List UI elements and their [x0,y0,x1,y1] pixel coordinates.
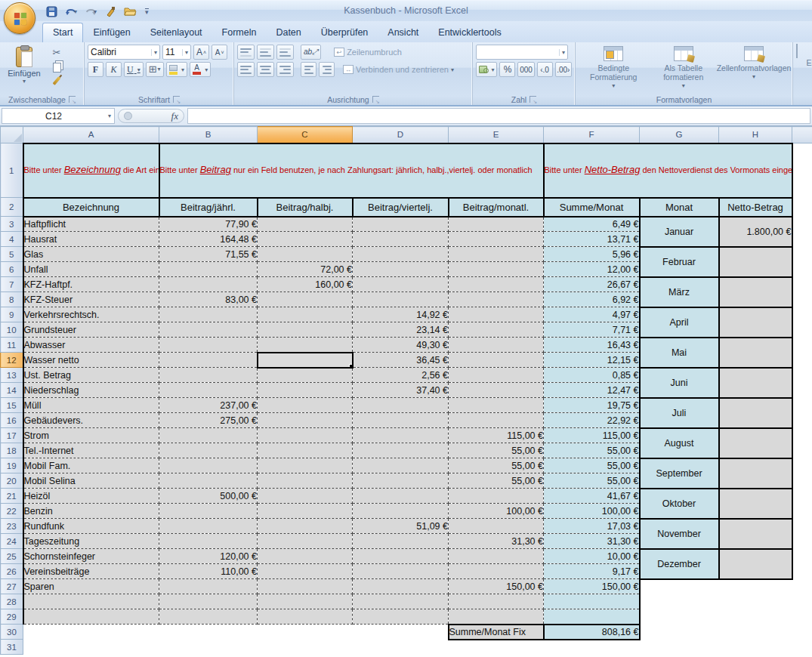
column-header-h[interactable]: H [719,127,792,143]
cell-E2[interactable]: Beitrag/monatl. [449,198,544,217]
row-header-28[interactable]: 28 [1,594,23,609]
cell-H28[interactable] [719,594,792,609]
cell-C14[interactable] [258,383,353,398]
cell-B12[interactable] [159,353,258,368]
select-all-corner[interactable] [1,127,23,143]
cell-I8[interactable] [792,292,812,307]
row-header-12[interactable]: 12 [1,353,23,368]
cell-H27[interactable] [719,579,792,594]
format-painter-small-icon[interactable] [48,74,65,88]
cell-I22[interactable] [792,504,812,519]
insert-cells-label[interactable]: Einfü [796,58,812,67]
cell-E23[interactable] [449,519,544,534]
cell-I25[interactable] [792,549,812,564]
cell-A21[interactable]: Heizöl [23,489,159,504]
cell-I27[interactable] [792,579,812,594]
cell-D24[interactable] [353,534,449,549]
cell-E20[interactable]: 55,00 € [449,473,544,489]
cell-month-Januar[interactable]: Januar [640,217,719,247]
row-header-8[interactable]: 8 [1,292,23,307]
cell-I7[interactable] [792,277,812,292]
cell-I19[interactable] [792,458,812,473]
row-header-18[interactable]: 18 [1,443,23,458]
cell-A30[interactable] [23,625,159,640]
cell-I6[interactable] [792,262,812,277]
cell-H23[interactable] [719,519,792,549]
cell-E19[interactable]: 55,00 € [449,458,544,473]
cell-B18[interactable] [159,443,258,458]
cell-E9[interactable] [449,307,544,322]
font-dialog-launcher-icon[interactable] [173,96,180,103]
cell-D5[interactable] [353,247,449,262]
tab-seitenlayout[interactable]: Seitenlayout [140,23,212,42]
cell-I29[interactable] [792,609,812,625]
cell-C10[interactable] [258,322,353,338]
cell-F18[interactable]: 55,00 € [544,443,640,458]
cell-H29[interactable] [719,609,792,625]
cell-G2[interactable]: Monat [640,198,719,217]
italic-button[interactable]: K [106,62,122,77]
increase-indent-icon[interactable] [319,62,335,77]
cell-E11[interactable] [449,338,544,353]
bold-button[interactable]: F [88,62,103,77]
cell-A7[interactable]: KFZ-Haftpf. [23,277,159,292]
cell-B4[interactable]: 164,48 € [159,232,258,247]
cell-F5[interactable]: 5,96 € [544,247,640,262]
cell-F22[interactable]: 100,00 € [544,504,640,519]
cell-A31[interactable] [23,640,159,655]
column-header-b[interactable]: B [159,127,258,143]
cell-C28[interactable] [258,594,353,609]
column-header-c[interactable]: C [258,127,353,143]
column-header-e[interactable]: E [449,127,544,143]
align-middle-icon[interactable] [257,45,274,60]
cell-D22[interactable] [353,504,449,519]
cell-E3[interactable] [449,217,544,232]
cell-B21[interactable]: 500,00 € [159,489,258,504]
percent-style-button[interactable]: % [499,62,515,77]
conditional-formatting-button[interactable]: Bedingte Formatierung▾ [579,45,649,93]
decrease-indent-icon[interactable] [301,62,316,77]
font-color-icon[interactable]: A ▾ [190,62,211,77]
cell-E6[interactable] [449,262,544,277]
cell-G27[interactable] [640,579,719,594]
cell-month-Juli[interactable]: Juli [640,398,719,428]
cell-B3[interactable]: 77,90 € [159,217,258,232]
cell-B8[interactable]: 83,00 € [159,292,258,307]
cell-E18[interactable]: 55,00 € [449,443,544,458]
cell-G29[interactable] [640,609,719,625]
cell-F21[interactable]: 41,67 € [544,489,640,504]
row-header-19[interactable]: 19 [1,458,23,473]
row-header-30[interactable]: 30 [1,625,23,640]
cell-C17[interactable] [258,428,353,443]
cell-A6[interactable]: Unfall [23,262,159,277]
font-family-select[interactable]: Calibri▾ [88,45,160,60]
cell-F20[interactable]: 55,00 € [544,473,640,489]
cell-B5[interactable]: 71,55 € [159,247,258,262]
cell-B28[interactable] [159,594,258,609]
grow-font-icon[interactable]: A˄ [193,45,209,60]
cell-F15[interactable]: 19,75 € [544,398,640,413]
cell-I4[interactable] [792,232,812,247]
cell-A23[interactable]: Rundfunk [23,519,159,534]
cell-A26[interactable]: Vereinsbeiträge [23,564,159,579]
row-header-2[interactable]: 2 [1,198,23,217]
cell-H19[interactable] [719,458,792,489]
underline-button[interactable]: U ▾ [124,62,144,77]
cell-A2[interactable]: Bezeichnung [23,198,159,217]
cell-E27[interactable]: 150,00 € [449,579,544,594]
cell-F3[interactable]: 6,49 € [544,217,640,232]
align-center-icon[interactable] [257,62,274,77]
row-header-23[interactable]: 23 [1,519,23,534]
cell-D25[interactable] [353,549,449,564]
cell-D18[interactable] [353,443,449,458]
cell-C19[interactable] [258,458,353,473]
cell-month-Juni[interactable]: Juni [640,368,719,398]
row-header-3[interactable]: 3 [1,217,23,232]
cell-F28[interactable] [544,594,640,609]
cell-C15[interactable] [258,398,353,413]
paste-dropdown-icon[interactable]: ▾ [23,78,26,85]
cell-I9[interactable] [792,307,812,322]
row-header-16[interactable]: 16 [1,413,23,428]
cell-A12[interactable]: Wasser netto [23,353,159,368]
cell-month-November[interactable]: November [640,519,719,549]
